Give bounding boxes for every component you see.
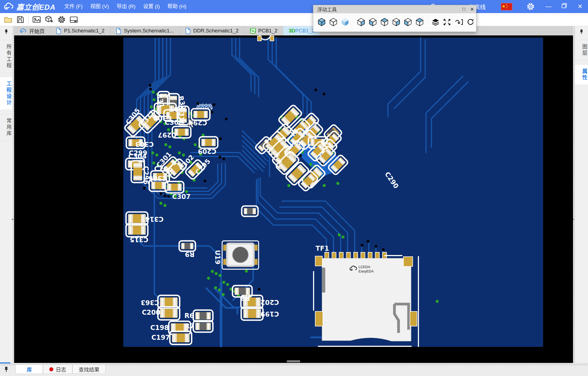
view-top-icon[interactable] — [415, 17, 424, 27]
floating-tools-title: 浮动工具 — [317, 6, 337, 13]
cube-shaded-icon[interactable] — [341, 17, 350, 27]
floating-button-view-top[interactable] — [380, 17, 389, 27]
bottom-tab-查找结果[interactable]: 查找结果 — [72, 365, 106, 374]
doc-tab-label: P1.Schematic1_2 — [64, 28, 105, 34]
silkscreen-label-C363: C363 — [141, 299, 159, 306]
toolbar-button-export-image[interactable] — [32, 16, 41, 23]
language-flag-icon[interactable] — [501, 3, 512, 10]
silkscreen-label-U19: U19 — [214, 250, 221, 265]
menu-item[interactable]: 导出 (R) — [113, 0, 139, 13]
floating-button-cube-wireframe[interactable] — [329, 17, 338, 27]
export-3d-icon[interactable] — [45, 16, 54, 24]
doc-tab-System.Schematic1...[interactable]: System.Schematic1... — [110, 26, 180, 35]
doc-tab-PCB1_2[interactable]: PCB1_2 — [244, 26, 283, 35]
doc-tab-P1.Schematic1_2[interactable]: P1.Schematic1_2 — [50, 26, 110, 35]
view-left-icon[interactable] — [403, 17, 412, 27]
doc-tab-label: DDR.Schematic1_2 — [193, 28, 239, 34]
panel-layout-icon[interactable] — [69, 16, 78, 23]
silkscreen-label-TF1: TF1 — [316, 245, 329, 252]
floating-button-cube-solid[interactable] — [317, 17, 326, 27]
silkscreen-label-C198: C198 — [150, 324, 169, 332]
window-close-button[interactable]: ✕ — [572, 0, 588, 13]
floating-button-import-view[interactable] — [454, 18, 463, 26]
floating-button-view-left[interactable] — [368, 17, 377, 27]
left-panel-splitter[interactable]: ◂ — [12, 26, 14, 363]
u19-push-button — [222, 241, 259, 269]
rotate-view-icon[interactable] — [466, 18, 475, 26]
menu-item[interactable]: 帮助 (H) — [164, 0, 190, 13]
toolbar-separator — [28, 16, 29, 24]
floating-close-button[interactable]: ✕ — [468, 7, 476, 12]
view-top-icon[interactable] — [380, 17, 389, 27]
silkscreen-label-C200: C200 — [142, 309, 160, 316]
floating-tools-window[interactable]: 浮动工具 □ ✕ — [313, 5, 476, 32]
bottom-tab-label: 库 — [27, 366, 32, 373]
left-rail-tab-常用库[interactable]: 常用库 — [0, 114, 12, 141]
fit-view-icon[interactable] — [443, 18, 451, 26]
left-rail-tab-工程设计[interactable]: 工程设计 — [0, 77, 12, 110]
bottom-tab-日志[interactable]: 日志 — [43, 365, 72, 374]
floating-maximize-button[interactable]: □ — [460, 7, 468, 12]
document-tab-bar: 开始页P1.Schematic1_2System.Schematic1...DD… — [14, 26, 573, 36]
menu-item[interactable]: 设置 (I) — [139, 0, 164, 13]
left-rail-tab-所有工程[interactable]: 所有工程 — [0, 40, 12, 73]
view-right-icon[interactable] — [392, 17, 401, 27]
silkscreen-label-C316: C316 — [178, 107, 185, 126]
log-status-dot — [49, 367, 53, 371]
silkscreen-label-C315: C315 — [130, 236, 148, 243]
view-right-icon[interactable] — [357, 17, 366, 27]
doc-tab-开始页[interactable]: 开始页 — [14, 26, 50, 35]
doc-tab-label: PCB1_2 — [258, 28, 278, 34]
silkscreen-label-C306: C306 — [148, 174, 167, 182]
silkscreen-label-C314: C314 — [145, 215, 164, 223]
settings-gear-icon[interactable] — [526, 2, 535, 11]
floating-button-view-left[interactable] — [403, 17, 412, 27]
save-icon[interactable] — [16, 16, 24, 24]
schematic-file-icon — [185, 28, 191, 34]
bottom-tabs: 库日志查找结果 — [16, 365, 106, 374]
menu-item[interactable]: 文件 (F) — [60, 0, 87, 13]
right-panel-splitter[interactable]: ▸ — [573, 26, 575, 363]
toolbar-button-open-folder[interactable] — [4, 16, 13, 24]
silkscreen-label-C209: C209 — [198, 147, 216, 155]
pcb-3d-viewport[interactable]: LCEDAEasyEDAC305C311R31R32C308C300C316C2… — [14, 35, 573, 363]
right-rail-tab-属性[interactable]: 属性 — [575, 64, 588, 85]
panel-pin-icon[interactable] — [579, 29, 584, 35]
toolbar-button-export-3d[interactable] — [45, 16, 54, 24]
bottom-tab-库[interactable]: 库 — [16, 365, 43, 374]
cube-solid-icon[interactable] — [317, 17, 326, 27]
toolbar-button-panel-layout[interactable] — [69, 16, 78, 23]
import-view-icon[interactable] — [454, 18, 463, 26]
settings-icon[interactable] — [57, 16, 66, 24]
bottom-pin-icon[interactable] — [4, 366, 9, 373]
silkscreen-label-C297: C297 — [158, 131, 176, 139]
floating-button-cube-shaded[interactable] — [341, 17, 350, 27]
floating-button-view-top[interactable] — [415, 17, 424, 27]
doc-tab-label: 开始页 — [29, 27, 45, 35]
floating-button-view-right[interactable] — [357, 17, 366, 27]
toolbar-button-settings[interactable] — [57, 16, 66, 24]
layers-icon[interactable] — [431, 18, 440, 26]
menu-item[interactable]: 视图 (V) — [87, 0, 113, 13]
doc-tab-DDR.Schematic1_2[interactable]: DDR.Schematic1_2 — [180, 26, 244, 35]
cube-wireframe-icon[interactable] — [329, 17, 338, 27]
floating-button-layers[interactable] — [431, 18, 440, 26]
right-rail-tab-图层[interactable]: 图层 — [575, 40, 588, 60]
floating-tools-titlebar[interactable]: 浮动工具 □ ✕ — [313, 5, 476, 13]
floating-button-rotate-view[interactable] — [466, 18, 475, 26]
silkscreen-label-R7: R7 — [185, 322, 194, 330]
export-image-icon[interactable] — [32, 16, 41, 23]
floating-button-fit-view[interactable] — [443, 18, 451, 26]
app-logo: 嘉立创EDA — [3, 1, 56, 12]
open-folder-icon[interactable] — [4, 16, 13, 24]
toolbar-button-save[interactable] — [16, 16, 24, 24]
left-collapse-arrow-icon[interactable]: ◂ — [11, 217, 13, 221]
window-maximize-button[interactable] — [556, 0, 572, 13]
view-left-icon[interactable] — [368, 17, 377, 27]
canvas-horizontal-scrollbar[interactable] — [287, 360, 300, 362]
floating-button-view-right[interactable] — [392, 17, 401, 27]
panel-pin-icon[interactable] — [4, 29, 8, 35]
window-minimize-button[interactable]: — — [541, 0, 556, 13]
doc-tab-label: System.Schematic1... — [124, 28, 174, 34]
floating-tools-toolbar — [313, 13, 476, 31]
